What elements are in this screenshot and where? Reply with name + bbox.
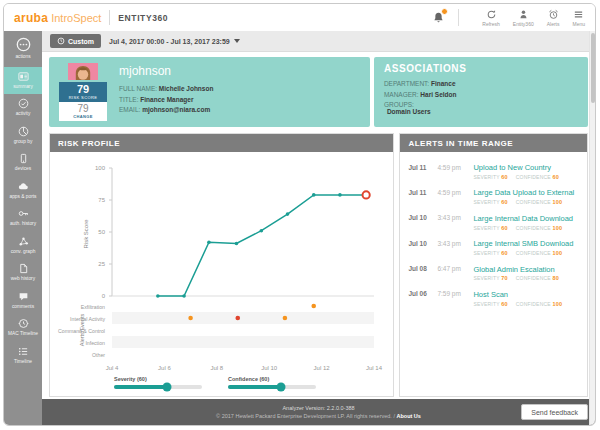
alert-meta: SEVERITY 60CONFIDENCE 100 (473, 301, 581, 307)
chart-sliders: Severity (60) Confidence (60) (114, 376, 393, 389)
sidebar-item-actions[interactable]: actions (4, 31, 42, 67)
scrollbar-thumb[interactable] (591, 33, 595, 103)
profile-field: EMAIL: mjohnson@niara.com (119, 106, 213, 113)
alert-list: Jul 11 4:59 pm Upload to New Country SEV… (400, 152, 587, 311)
brand: aruba IntroSpect ENTITY360 (14, 10, 168, 25)
sidebar-item-apps-ports[interactable]: apps & ports (4, 177, 42, 205)
sidebar-item-web-history[interactable]: web history (4, 259, 42, 287)
nav-refresh-button[interactable]: Refresh (482, 9, 500, 27)
key-icon (18, 208, 29, 219)
risk-profile-header: RISK PROFILE (50, 134, 393, 152)
time-range-toolbar: Custom Jul 4, 2017 00:00 - Jul 13, 2017 … (42, 31, 595, 52)
send-feedback-button[interactable]: Send feedback (521, 404, 588, 420)
risk-score-chart[interactable]: 1007550250Risk ScoreExfiltrationInternal… (50, 156, 386, 376)
app-window: aruba IntroSpect ENTITY360 Refresh Entit… (3, 3, 596, 426)
date-range-selector[interactable]: Jul 4, 2017 00:00 - Jul 13, 2017 23:59 (109, 38, 240, 45)
svg-text:Infection: Infection (85, 340, 105, 346)
copyright-text: © 2017 Hewlett Packard Enterprise Develo… (216, 413, 395, 419)
alert-meta: SEVERITY 60CONFIDENCE 100 (473, 225, 581, 231)
sidebar-item-group-by[interactable]: group by (4, 122, 42, 150)
svg-text:Jul 8: Jul 8 (210, 365, 223, 371)
entity360-icon (518, 9, 529, 20)
custom-range-button[interactable]: Custom (50, 34, 101, 48)
footer: Analyzer Version: 2.2.0.0-388 © 2017 Hew… (42, 399, 595, 425)
svg-text:Jul 14: Jul 14 (366, 365, 383, 371)
slider-track[interactable] (114, 385, 202, 389)
alert-title-link[interactable]: Large Internal SMB Download (473, 239, 581, 248)
nav-alerts-button[interactable]: Alerts (547, 9, 560, 27)
mac-timeline-icon (18, 318, 29, 329)
association-field: MANAGER: Hari Seldon (384, 91, 578, 98)
nav-menu-button[interactable]: Menu (572, 9, 585, 27)
chevron-down-icon (234, 39, 240, 43)
notification-badge (441, 8, 448, 15)
main-content: 79 RISK SCORE 79 CHANGE mjohnson FULL NA… (42, 52, 595, 399)
topbar-nav: Refresh Entity360 Alerts Menu (432, 9, 585, 27)
sidebar-item-activity[interactable]: activity (4, 94, 42, 122)
sidebar-item-timeline[interactable]: Timeline (4, 342, 42, 370)
clock-icon (57, 37, 65, 46)
nav-entity360-button[interactable]: Entity360 (513, 9, 534, 27)
about-us-link[interactable]: About Us (396, 413, 420, 419)
alert-time: 4:59 pm (437, 163, 468, 180)
alert-date: Jul 06 (408, 290, 432, 307)
risk-profile-card: RISK PROFILE 1007550250Risk ScoreExfiltr… (49, 133, 394, 397)
slider-confidence-60: Confidence (60) (228, 376, 316, 389)
slider-knob[interactable] (276, 383, 285, 392)
svg-text:50: 50 (98, 229, 105, 235)
comment-icon (18, 291, 29, 302)
alerts-panel: ALERTS IN TIME RANGE Jul 11 4:59 pm Uplo… (399, 133, 588, 397)
risk-change-badge: 79 CHANGE (59, 102, 107, 121)
sidebar-item-summary[interactable]: summary (4, 67, 42, 95)
alert-row: Jul 11 4:59 pm Large Data Upload to Exte… (408, 184, 581, 209)
svg-text:Jul 6: Jul 6 (158, 365, 171, 371)
svg-text:75: 75 (98, 197, 105, 203)
alert-row: Jul 11 4:59 pm Upload to New Country SEV… (408, 159, 581, 184)
svg-text:Internal Activity: Internal Activity (70, 316, 105, 322)
sidebar-item-auth-history[interactable]: auth. history (4, 204, 42, 232)
association-field: DEPARTMENT: Finance (384, 80, 578, 87)
svg-text:Other: Other (92, 352, 105, 358)
cloud-icon (18, 181, 29, 192)
profile-field: TITLE: Finance Manager (119, 96, 213, 103)
user-profile-card: 79 RISK SCORE 79 CHANGE mjohnson FULL NA… (49, 57, 370, 127)
alert-meta: SEVERITY 60CONFIDENCE 60 (473, 174, 581, 180)
groupby-icon (18, 126, 29, 137)
divider (109, 10, 110, 25)
alert-row: Jul 06 7:59 pm Host Scan SEVERITY 60CONF… (408, 286, 581, 311)
topbar-nav-items: Refresh Entity360 Alerts Menu (482, 9, 585, 27)
notifications-button[interactable] (432, 11, 445, 24)
alert-time: 3:43 pm (437, 239, 468, 256)
svg-text:Jul 10: Jul 10 (261, 365, 278, 371)
slider-severity-60: Severity (60) (114, 376, 202, 389)
alert-title-link[interactable]: Large Internal Data Download (473, 214, 581, 223)
slider-knob[interactable] (162, 383, 171, 392)
sidebar-item-devices[interactable]: devices (4, 149, 42, 177)
divider (458, 9, 459, 26)
alert-title-link[interactable]: Upload to New Country (473, 163, 581, 172)
sidebar-item-conv-graph[interactable]: conv. graph (4, 232, 42, 260)
profile-field: FULL NAME: Michelle Johnson (119, 85, 213, 92)
alert-title-link[interactable]: Large Data Upload to External (473, 188, 581, 197)
svg-text:0: 0 (102, 293, 106, 299)
alert-meta: SEVERITY 60CONFIDENCE 100 (473, 199, 581, 205)
menu-icon (573, 9, 584, 20)
devices-icon (18, 153, 29, 164)
alert-title-link[interactable]: Host Scan (473, 290, 581, 299)
alert-title-link[interactable]: Global Admin Escalation (473, 265, 581, 274)
svg-text:Exfiltration: Exfiltration (81, 304, 105, 310)
alert-date: Jul 11 (408, 163, 432, 180)
svg-text:Jul 4: Jul 4 (106, 365, 119, 371)
alert-meta: SEVERITY 70CONFIDENCE 80 (473, 275, 581, 281)
slider-track[interactable] (228, 385, 316, 389)
associations-title: ASSOCIATIONS (384, 63, 578, 74)
alert-row: Jul 08 6:47 pm Global Admin Escalation S… (408, 261, 581, 286)
actions-icon (16, 37, 31, 52)
vertical-scrollbar[interactable] (589, 31, 595, 425)
refresh-icon (486, 9, 497, 20)
alerts-icon (548, 9, 559, 20)
alert-time: 3:43 pm (437, 214, 468, 231)
sidebar-item-mac-timeline[interactable]: MAC Timeline (4, 314, 42, 342)
entity-profile-row: 79 RISK SCORE 79 CHANGE mjohnson FULL NA… (49, 57, 588, 127)
sidebar-item-comments[interactable]: comments (4, 287, 42, 315)
